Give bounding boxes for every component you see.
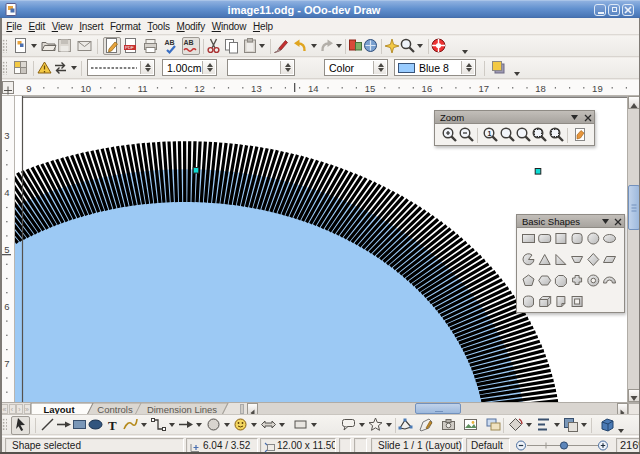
svg-text:11: 11 — [138, 83, 148, 94]
svg-text:14: 14 — [308, 83, 319, 94]
svg-text:12: 12 — [194, 83, 205, 94]
svg-text:Controls: Controls — [97, 404, 133, 415]
svg-text:AB: AB — [184, 39, 194, 46]
svg-text:AB: AB — [165, 39, 175, 46]
svg-text:6: 6 — [4, 301, 9, 312]
svg-text:18: 18 — [535, 83, 546, 94]
svg-text:PDF: PDF — [125, 45, 134, 50]
svg-text:19: 19 — [592, 83, 603, 94]
svg-text:4: 4 — [4, 187, 9, 198]
svg-text:13: 13 — [251, 83, 262, 94]
svg-text:Dimension Lines: Dimension Lines — [147, 404, 217, 415]
svg-text:15: 15 — [365, 83, 376, 94]
svg-text:T: T — [108, 418, 117, 433]
svg-text:7: 7 — [4, 358, 9, 369]
svg-text:17: 17 — [478, 83, 489, 94]
svg-text:1: 1 — [488, 130, 492, 137]
svg-text:5: 5 — [4, 244, 9, 255]
svg-text:9: 9 — [26, 83, 31, 94]
svg-text:16: 16 — [422, 83, 433, 94]
svg-text:3: 3 — [4, 130, 9, 141]
svg-text:10: 10 — [81, 83, 92, 94]
svg-text:Layout: Layout — [43, 404, 75, 415]
